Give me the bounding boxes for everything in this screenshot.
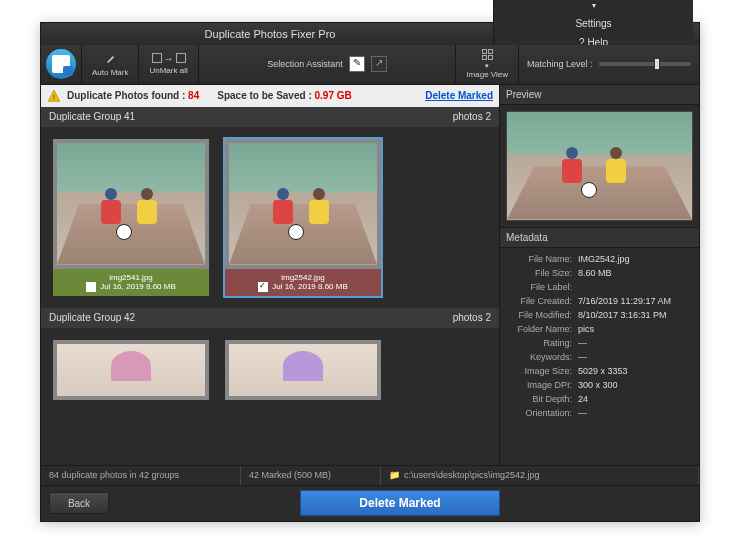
metadata-row: Keywords:---	[506, 350, 693, 364]
metadata-row: Orientation:---	[506, 406, 693, 420]
svg-text:!: !	[53, 93, 55, 100]
main-area: ! Duplicate Photos found : 84 Space to b…	[41, 85, 699, 465]
status-path: 📁c:\users\desktop\pics\img2542.jpg	[381, 466, 699, 485]
app-logo	[41, 44, 81, 84]
metadata-row: File Name:IMG2542.jpg	[506, 252, 693, 266]
warning-icon: !	[47, 89, 61, 103]
checkbox-icon	[152, 53, 162, 63]
photo-checkbox[interactable]	[86, 282, 96, 292]
preview-label: Preview	[500, 85, 699, 105]
image-view-button[interactable]: ▾ Image View	[455, 45, 519, 84]
status-marked: 42 Marked (500 MB)	[241, 466, 381, 485]
metadata-row: File Label:	[506, 280, 693, 294]
back-button[interactable]: Back	[49, 492, 109, 514]
app-window: Duplicate Photos Fixer Pro ▾ Settings ? …	[40, 22, 700, 522]
group-header-42: Duplicate Group 42 photos 2	[41, 308, 499, 328]
metadata-label: Metadata	[500, 227, 699, 248]
photo-card[interactable]: img2541.jpg Jul 16, 2019 8.60 MB	[51, 137, 211, 298]
metadata-row: File Modified:8/10/2017 3:16:31 PM	[506, 308, 693, 322]
preview-box	[500, 105, 699, 227]
wand-icon	[103, 52, 117, 66]
matching-slider[interactable]	[599, 62, 691, 66]
photo-card[interactable]	[51, 338, 211, 402]
group-42-thumbs	[41, 328, 499, 412]
photo-card[interactable]	[223, 338, 383, 402]
matching-level: Matching Level :	[519, 59, 699, 69]
side-panel: Preview Metadata File Name:IMG2542.jpgFi…	[499, 85, 699, 465]
metadata-row: File Size:8.60 MB	[506, 266, 693, 280]
metadata-row: Folder Name:pics	[506, 322, 693, 336]
metadata-row: Bit Depth:24	[506, 392, 693, 406]
bottombar: Back Delete Marked	[41, 485, 699, 521]
photo-filename: img2542.jpg	[229, 273, 377, 282]
delete-marked-link[interactable]: Delete Marked	[425, 90, 493, 101]
selection-assistant: Selection Assistant ✎ ↗	[198, 45, 456, 84]
photo-checkbox[interactable]	[258, 282, 268, 292]
group-header-41: Duplicate Group 41 photos 2	[41, 107, 499, 127]
app-title: Duplicate Photos Fixer Pro	[47, 28, 493, 40]
photo-card[interactable]: img2542.jpg Jul 16, 2019 8.60 MB	[223, 137, 383, 298]
titlebar: Duplicate Photos Fixer Pro ▾ Settings ? …	[41, 23, 699, 45]
results-panel: ! Duplicate Photos found : 84 Space to b…	[41, 85, 499, 465]
automark-button[interactable]: Auto Mark	[81, 45, 138, 84]
folder-icon: 📁	[389, 470, 400, 480]
grid-icon	[482, 49, 493, 60]
group-41-thumbs: img2541.jpg Jul 16, 2019 8.60 MB img2542…	[41, 127, 499, 308]
metadata-row: Image Size:5029 x 3353	[506, 364, 693, 378]
infobar: ! Duplicate Photos found : 84 Space to b…	[41, 85, 499, 107]
delete-marked-button[interactable]: Delete Marked	[300, 490, 500, 516]
metadata-panel[interactable]: File Name:IMG2542.jpgFile Size:8.60 MBFi…	[500, 248, 699, 465]
metadata-row: File Created:7/16/2019 11:29:17 AM	[506, 294, 693, 308]
photo-filename: img2541.jpg	[57, 273, 205, 282]
sel-assist-btn1[interactable]: ✎	[349, 56, 365, 72]
metadata-row: Image DPI:300 x 300	[506, 378, 693, 392]
settings-menu[interactable]: Settings	[575, 18, 611, 29]
unmarkall-button[interactable]: → UnMark all	[138, 45, 197, 84]
toolbar: Auto Mark → UnMark all Selection Assista…	[41, 45, 699, 85]
sel-assist-btn2[interactable]: ↗	[371, 56, 387, 72]
status-dupes: 84 duplicate photos in 42 groups	[41, 466, 241, 485]
metadata-row: Rating:---	[506, 336, 693, 350]
statusbar: 84 duplicate photos in 42 groups 42 Mark…	[41, 465, 699, 485]
